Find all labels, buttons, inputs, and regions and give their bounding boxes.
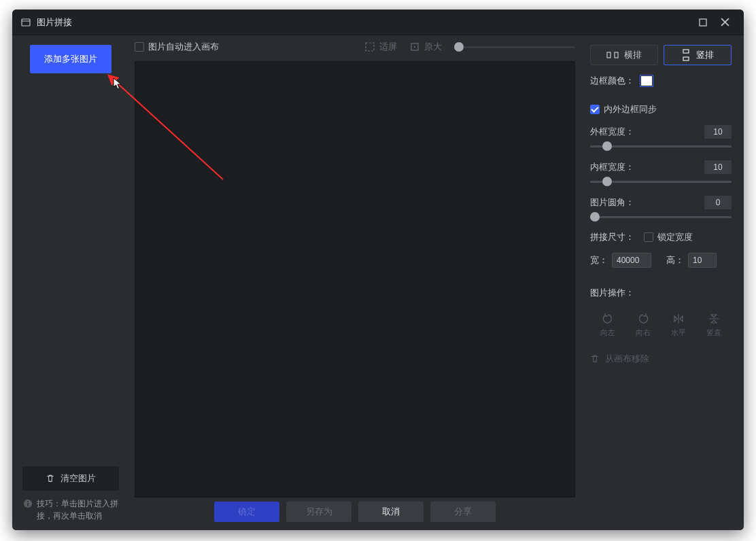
app-icon xyxy=(20,17,31,28)
checkbox-icon xyxy=(590,105,600,114)
inner-width-value[interactable]: 10 xyxy=(704,160,732,174)
info-icon xyxy=(23,499,33,508)
rotate-right-button[interactable]: 向右 xyxy=(625,313,661,338)
share-button[interactable]: 分享 xyxy=(430,502,496,522)
rotate-left-icon xyxy=(602,313,614,325)
slider-thumb[interactable] xyxy=(454,42,464,52)
remove-label: 从画布移除 xyxy=(605,353,649,365)
stitch-size-label: 拼接尺寸： xyxy=(590,231,634,243)
trash-icon xyxy=(590,354,600,364)
canvas-toolbar: 图片自动进入画布 适屏 原大 xyxy=(129,35,581,58)
checkbox-icon xyxy=(135,42,144,52)
image-ops-label: 图片操作： xyxy=(590,287,634,299)
vertical-icon xyxy=(681,49,691,61)
rotate-right-label: 向右 xyxy=(636,328,651,338)
inner-width-block: 内框宽度： 10 xyxy=(590,160,732,186)
flip-h-label: 水平 xyxy=(671,328,686,338)
actual-size-button[interactable]: 原大 xyxy=(409,41,442,53)
height-input[interactable]: 10 xyxy=(688,253,717,268)
checkbox-icon xyxy=(644,232,653,242)
stitch-size-row: 拼接尺寸： 锁定宽度 xyxy=(590,231,732,243)
horizontal-icon xyxy=(606,50,619,60)
center-panel: 图片自动进入画布 适屏 原大 xyxy=(129,35,581,530)
close-button[interactable] xyxy=(714,12,736,33)
radius-label: 图片圆角： xyxy=(590,196,634,209)
svg-rect-13 xyxy=(683,50,689,53)
lock-width-checkbox[interactable]: 锁定宽度 xyxy=(644,231,693,243)
trash-icon xyxy=(46,474,55,483)
right-panel: 横排 竖排 边框颜色： 内外边框同步 外框宽度： xyxy=(581,35,744,530)
sync-border-checkbox[interactable]: 内外边框同步 xyxy=(590,103,732,116)
add-images-button[interactable]: 添加多张图片 xyxy=(30,45,111,73)
auto-fit-checkbox[interactable]: 图片自动进入画布 xyxy=(135,41,219,53)
flip-horizontal-button[interactable]: 水平 xyxy=(661,313,696,338)
flip-v-icon xyxy=(708,313,720,325)
rotate-left-button[interactable]: 向左 xyxy=(590,313,625,338)
radius-value[interactable]: 0 xyxy=(704,196,732,209)
radius-slider[interactable] xyxy=(590,212,732,222)
maximize-button[interactable] xyxy=(692,12,714,33)
save-as-button[interactable]: 另存为 xyxy=(286,502,351,522)
remove-from-canvas-button[interactable]: 从画布移除 xyxy=(590,353,732,365)
svg-rect-8 xyxy=(366,43,374,51)
ok-button[interactable]: 确定 xyxy=(214,502,279,522)
svg-rect-0 xyxy=(22,19,30,26)
slider-track xyxy=(464,46,575,48)
tip-text: 技巧：单击图片进入拼接，再次单击取消 xyxy=(37,498,118,522)
actual-label: 原大 xyxy=(424,41,442,53)
inner-width-slider[interactable] xyxy=(590,177,732,186)
image-ops-label-row: 图片操作： xyxy=(590,287,732,299)
outer-width-slider[interactable] xyxy=(590,141,732,151)
svg-point-7 xyxy=(27,501,29,502)
border-color-row: 边框颜色： xyxy=(590,75,732,87)
outer-width-value[interactable]: 10 xyxy=(704,125,732,139)
tab-vertical[interactable]: 竖排 xyxy=(664,45,732,65)
dialog-window: 图片拼接 添加多张图片 清空图片 技巧：单击图片进入拼接，再次单击取消 xyxy=(12,10,744,530)
flip-v-label: 竖直 xyxy=(706,328,721,338)
zoom-slider[interactable] xyxy=(454,42,575,52)
slider-thumb[interactable] xyxy=(602,177,612,186)
image-ops-row: 向左 向右 水平 竖直 xyxy=(590,313,732,338)
rotate-right-icon xyxy=(637,313,649,325)
tab-vertical-label: 竖排 xyxy=(696,49,714,61)
clear-images-label: 清空图片 xyxy=(61,472,96,485)
flip-h-icon xyxy=(672,313,685,325)
svg-rect-14 xyxy=(683,57,689,60)
svg-point-10 xyxy=(414,46,415,48)
svg-rect-2 xyxy=(700,19,706,26)
border-color-label: 边框颜色： xyxy=(590,75,634,87)
titlebar: 图片拼接 xyxy=(12,10,744,35)
tab-horizontal-label: 横排 xyxy=(624,49,642,61)
clear-images-button[interactable]: 清空图片 xyxy=(22,466,119,491)
layout-tabs: 横排 竖排 xyxy=(590,45,732,65)
actual-icon xyxy=(409,41,420,52)
window-title: 图片拼接 xyxy=(37,16,72,29)
inner-width-label: 内框宽度： xyxy=(590,161,634,173)
sync-border-label: 内外边框同步 xyxy=(604,103,657,116)
left-panel: 添加多张图片 清空图片 技巧：单击图片进入拼接，再次单击取消 xyxy=(12,35,129,530)
rotate-left-label: 向左 xyxy=(600,328,615,338)
cancel-button[interactable]: 取消 xyxy=(358,502,424,522)
svg-rect-12 xyxy=(615,52,618,58)
outer-width-label: 外框宽度： xyxy=(590,126,634,138)
fit-screen-button[interactable]: 适屏 xyxy=(364,41,397,53)
dimensions-row: 宽： 40000 高： 10 xyxy=(590,253,732,268)
lock-width-label: 锁定宽度 xyxy=(657,231,693,243)
slider-thumb[interactable] xyxy=(590,212,600,222)
outer-width-block: 外框宽度： 10 xyxy=(590,125,732,151)
border-color-swatch[interactable] xyxy=(640,75,653,87)
svg-rect-6 xyxy=(27,503,29,506)
fit-icon xyxy=(364,41,375,52)
tip-row: 技巧：单击图片进入拼接，再次单击取消 xyxy=(22,498,120,522)
radius-block: 图片圆角： 0 xyxy=(590,196,732,222)
tab-horizontal[interactable]: 横排 xyxy=(590,45,658,65)
bottom-bar: 确定 另存为 取消 分享 xyxy=(129,503,581,530)
svg-rect-11 xyxy=(607,52,611,58)
flip-vertical-button[interactable]: 竖直 xyxy=(696,313,732,338)
canvas-area[interactable] xyxy=(135,61,575,498)
height-label: 高： xyxy=(666,254,684,266)
auto-fit-label: 图片自动进入画布 xyxy=(148,41,219,53)
fit-label: 适屏 xyxy=(379,41,397,53)
slider-thumb[interactable] xyxy=(602,141,612,151)
width-input[interactable]: 40000 xyxy=(612,253,651,268)
